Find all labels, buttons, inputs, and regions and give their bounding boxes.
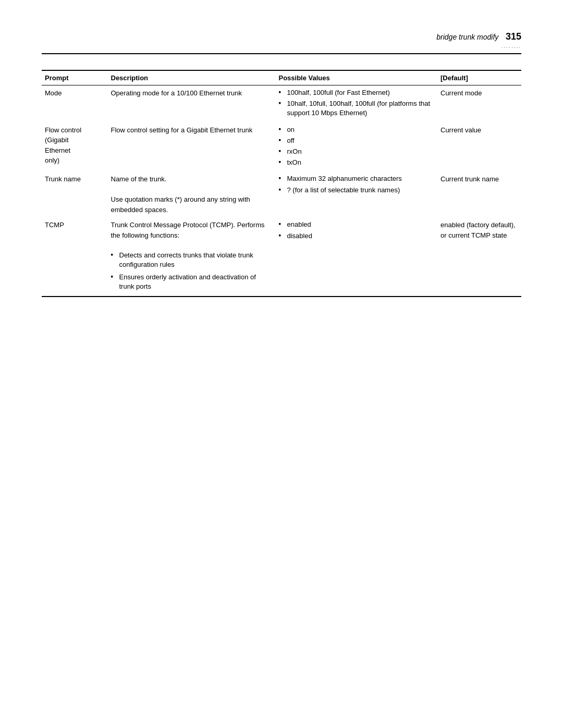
prompt-trunk-name: Trunk name bbox=[42, 171, 108, 217]
value-flow-txon: txOn bbox=[279, 158, 433, 167]
table-header-row: Prompt Description Possible Values [Defa… bbox=[42, 70, 521, 85]
desc-flow-control: Flow control setting for a Gigabit Ether… bbox=[108, 122, 276, 172]
value-tcmp-disabled: disabled bbox=[279, 231, 433, 241]
values-tcmp-list: enabled disabled bbox=[279, 220, 433, 240]
page-container: bridge trunk modify 315 ........ Prompt … bbox=[0, 0, 563, 728]
value-tcmp-enabled: enabled bbox=[279, 220, 433, 229]
header-dots: ........ bbox=[436, 43, 521, 49]
table-row-tcmp: TCMP Trunk Control Message Protocol (TCM… bbox=[42, 217, 521, 296]
values-trunk-name: Maximum 32 alphanumeric characters ? (fo… bbox=[276, 171, 438, 217]
value-mode-2: 10half, 10full, 100half, 100full (for pl… bbox=[279, 99, 433, 118]
default-trunk-name: Current trunk name bbox=[437, 171, 521, 217]
values-trunk-name-list: Maximum 32 alphanumeric characters ? (fo… bbox=[279, 174, 433, 194]
prompt-mode-label: Mode bbox=[45, 89, 62, 97]
value-mode-1: 100half, 100full (for Fast Ethernet) bbox=[279, 88, 433, 97]
col-header-description: Description bbox=[108, 70, 276, 85]
desc-tcmp-bullets: Detects and corrects trunks that violate… bbox=[111, 251, 271, 292]
col-header-values: Possible Values bbox=[276, 70, 438, 85]
desc-trunk-name: Name of the trunk. Use quotation marks (… bbox=[108, 171, 276, 217]
main-table: Prompt Description Possible Values [Defa… bbox=[42, 70, 521, 297]
header-page-number: 315 bbox=[506, 31, 521, 42]
default-flow-control: Current value bbox=[437, 122, 521, 172]
desc-tcmp-bullet-2: Ensures orderly activation and deactivat… bbox=[111, 273, 271, 291]
value-flow-rxon: rxOn bbox=[279, 147, 433, 156]
header-title: bridge trunk modify bbox=[436, 33, 498, 41]
values-tcmp: enabled disabled bbox=[276, 217, 438, 296]
desc-tcmp-bullet-1: Detects and corrects trunks that violate… bbox=[111, 251, 271, 269]
value-trunk-max: Maximum 32 alphanumeric characters bbox=[279, 174, 433, 183]
table-row-mode: Mode Operating mode for a 10/100 Etherne… bbox=[42, 85, 521, 122]
default-tcmp: enabled (factory default), or current TC… bbox=[437, 217, 521, 296]
value-flow-on: on bbox=[279, 125, 433, 134]
prompt-tcmp: TCMP bbox=[42, 217, 108, 296]
value-flow-off: off bbox=[279, 136, 433, 145]
values-flow-control: on off rxOn txOn bbox=[276, 122, 438, 172]
values-flow-control-list: on off rxOn txOn bbox=[279, 125, 433, 168]
values-mode-list: 100half, 100full (for Fast Ethernet) 10h… bbox=[279, 88, 433, 118]
value-trunk-question: ? (for a list of selectable trunk names) bbox=[279, 186, 433, 195]
prompt-mode: Mode bbox=[42, 85, 108, 122]
table-row-flow-control: Flow control (Gigabit Ethernet only) Flo… bbox=[42, 122, 521, 172]
page-header: bridge trunk modify 315 ........ bbox=[42, 31, 521, 54]
col-header-prompt: Prompt bbox=[42, 70, 108, 85]
col-header-default: [Default] bbox=[437, 70, 521, 85]
default-mode: Current mode bbox=[437, 85, 521, 122]
values-mode: 100half, 100full (for Fast Ethernet) 10h… bbox=[276, 85, 438, 122]
table-row-trunk-name: Trunk name Name of the trunk. Use quotat… bbox=[42, 171, 521, 217]
desc-mode: Operating mode for a 10/100 Ethernet tru… bbox=[108, 85, 276, 122]
desc-tcmp: Trunk Control Message Protocol (TCMP). P… bbox=[108, 217, 276, 296]
prompt-flow-control: Flow control (Gigabit Ethernet only) bbox=[42, 122, 108, 172]
